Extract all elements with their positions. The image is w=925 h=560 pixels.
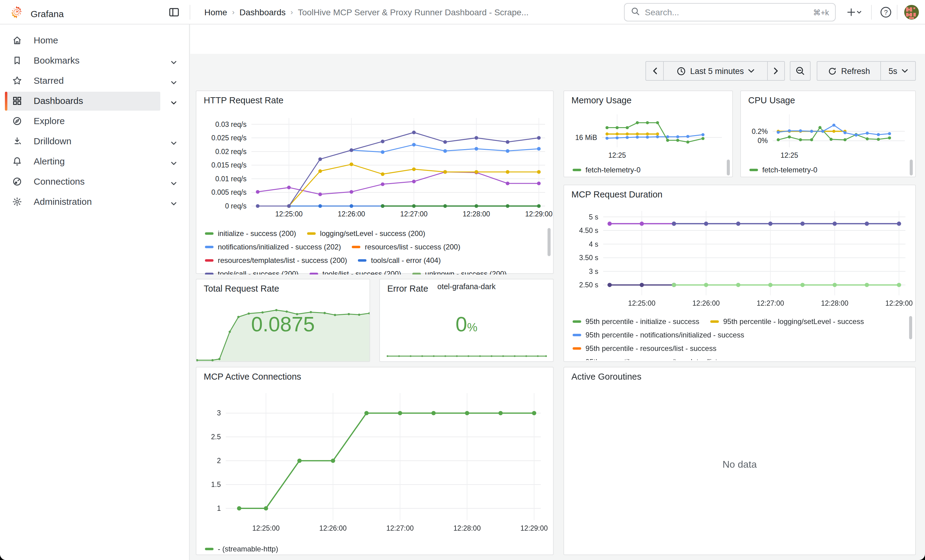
brand-name: Grafana bbox=[30, 8, 63, 19]
panel-title[interactable]: MCP Active Connections bbox=[204, 372, 301, 381]
time-range-picker[interactable]: Last 5 minutes bbox=[663, 62, 767, 80]
breadcrumb-home[interactable]: Home bbox=[204, 8, 227, 17]
avatar[interactable] bbox=[904, 5, 919, 20]
search-input[interactable]: Search... ⌘+k bbox=[624, 3, 836, 21]
svg-text:12:27:00: 12:27:00 bbox=[757, 299, 784, 307]
http-request-rate-chart[interactable]: 0 req/s0.005 req/s0.01 req/s0.015 req/s0… bbox=[199, 113, 551, 222]
time-shift-back-button[interactable] bbox=[646, 62, 663, 80]
svg-text:12:28:00: 12:28:00 bbox=[463, 210, 490, 218]
legend-item[interactable]: 95th percentile - initialize - success bbox=[572, 315, 699, 328]
panel-title[interactable]: Active Goroutines bbox=[571, 372, 642, 381]
svg-text:12:26:00: 12:26:00 bbox=[319, 524, 347, 532]
sidebar-item-explore[interactable]: Explore bbox=[0, 111, 190, 131]
legend-color-dash bbox=[205, 548, 214, 550]
memory-legend: fetch-telemetry-0 bbox=[572, 163, 719, 178]
collapse-sidebar-icon[interactable] bbox=[166, 5, 181, 20]
svg-text:2.50 s: 2.50 s bbox=[579, 281, 598, 289]
svg-text:2.5: 2.5 bbox=[211, 433, 221, 441]
panel-title[interactable]: CPU Usage bbox=[748, 95, 795, 105]
legend-color-dash bbox=[572, 347, 581, 350]
legend-item[interactable]: fetch-telemetry-0 bbox=[749, 163, 817, 177]
sidebar-item-starred[interactable]: Starred bbox=[0, 71, 190, 91]
breadcrumb-dashboards[interactable]: Dashboards bbox=[240, 8, 286, 17]
svg-text:0.02 req/s: 0.02 req/s bbox=[215, 148, 247, 156]
legend-item[interactable]: logging/setLevel - success (200) bbox=[307, 227, 425, 240]
sidebar-item-drilldown[interactable]: Drilldown bbox=[0, 131, 190, 152]
refresh-interval-label: 5s bbox=[889, 66, 898, 75]
chevron-down-icon[interactable] bbox=[170, 57, 178, 65]
legend-item[interactable]: 95th percentile - logging/setLevel - suc… bbox=[710, 315, 864, 328]
svg-text:0.01 req/s: 0.01 req/s bbox=[215, 175, 247, 183]
svg-text:12:25:00: 12:25:00 bbox=[275, 210, 303, 218]
legend-color-dash bbox=[412, 273, 421, 275]
chevron-down-icon[interactable] bbox=[170, 138, 178, 146]
svg-text:0.015 req/s: 0.015 req/s bbox=[211, 161, 247, 169]
sidebar-item-label: Home bbox=[34, 35, 58, 45]
panel-title[interactable]: Memory Usage bbox=[571, 95, 632, 105]
legend-scrollbar[interactable] bbox=[910, 159, 913, 176]
legend-label: - (streamable-http) bbox=[218, 545, 278, 553]
sidebar-item-connections[interactable]: Connections bbox=[0, 172, 190, 192]
active-accent-bar bbox=[5, 92, 8, 111]
mcp-active-connections-chart[interactable]: 11.522.5312:25:0012:26:0012:27:0012:28:0… bbox=[201, 387, 547, 541]
legend-color-dash bbox=[205, 246, 214, 248]
panel-title[interactable]: MCP Request Duration bbox=[571, 189, 663, 199]
panel-title[interactable]: Total Request Rate bbox=[204, 284, 279, 293]
sidebar-item-administration[interactable]: Administration bbox=[0, 192, 190, 212]
legend-color-dash bbox=[352, 246, 361, 248]
help-icon[interactable]: ? bbox=[878, 5, 893, 20]
legend-item[interactable]: 95th percentile - notifications/initiali… bbox=[572, 328, 744, 342]
time-shift-forward-button[interactable] bbox=[767, 62, 784, 80]
legend-item[interactable]: tools/call - error (404) bbox=[358, 254, 441, 267]
legend-item[interactable]: - (streamable-http) bbox=[205, 542, 278, 556]
chevron-down-icon[interactable] bbox=[170, 98, 178, 105]
legend-label: initialize - success (200) bbox=[218, 229, 296, 238]
legend-item[interactable]: tools/call - success (200) bbox=[205, 267, 298, 275]
brand[interactable]: Grafana bbox=[10, 6, 63, 21]
chevron-down-icon[interactable] bbox=[170, 199, 178, 206]
refresh-button[interactable]: Refresh bbox=[817, 62, 880, 80]
compass-icon bbox=[12, 116, 22, 126]
legend-item[interactable]: resources/templates/list - success (200) bbox=[205, 254, 347, 267]
plug-icon bbox=[12, 177, 22, 186]
error-rate-sparkline[interactable] bbox=[381, 350, 553, 360]
breadcrumb: Home › Dashboards › ToolHive MCP Server … bbox=[202, 0, 531, 24]
clock-icon bbox=[676, 66, 686, 75]
legend-item[interactable]: 95th percentile - resources/list - succe… bbox=[572, 342, 716, 355]
cpu-usage-chart[interactable]: 0.2%0%12:25 bbox=[744, 110, 911, 161]
mcp-request-duration-chart[interactable]: 2.50 s3 s3.50 s4 s4.50 s5 s12:25:0012:26… bbox=[569, 205, 911, 312]
legend-label: fetch-telemetry-0 bbox=[762, 166, 817, 174]
chevron-down-icon[interactable] bbox=[170, 158, 178, 166]
bookmark-icon bbox=[12, 56, 22, 65]
panel-mcp-request-duration: MCP Request Duration 2.50 s3 s3.50 s4 s4… bbox=[563, 185, 916, 362]
legend-item[interactable]: initialize - success (200) bbox=[205, 227, 296, 240]
legend-scrollbar[interactable] bbox=[727, 159, 730, 176]
chevron-down-icon[interactable] bbox=[170, 78, 178, 85]
svg-text:0.025 req/s: 0.025 req/s bbox=[211, 134, 247, 142]
refresh-label: Refresh bbox=[841, 66, 870, 75]
sidebar-item-dashboards[interactable]: Dashboards bbox=[0, 91, 190, 111]
legend-item[interactable]: unknown - success (200) bbox=[412, 267, 507, 275]
refresh-group: Refresh 5s bbox=[817, 61, 916, 81]
legend-scrollbar[interactable] bbox=[909, 316, 912, 339]
svg-text:5 s: 5 s bbox=[589, 213, 598, 221]
legend-item[interactable]: resources/list - success (200) bbox=[352, 240, 460, 254]
svg-text:3 s: 3 s bbox=[589, 267, 598, 275]
memory-usage-chart[interactable]: 16 MiB12:25 bbox=[568, 110, 728, 161]
legend-item[interactable]: tools/list - success (200) bbox=[310, 267, 401, 275]
sidebar-item-label: Connections bbox=[34, 176, 85, 186]
legend-item[interactable]: notifications/initialized - success (202… bbox=[205, 240, 341, 254]
refresh-interval-picker[interactable]: 5s bbox=[880, 62, 915, 80]
legend-item[interactable]: fetch-telemetry-0 bbox=[572, 163, 640, 177]
sidebar-item-alerting[interactable]: Alerting bbox=[0, 152, 190, 172]
panel-title[interactable]: HTTP Request Rate bbox=[204, 95, 283, 105]
legend-item[interactable]: 95th percentile - resources/templates/li… bbox=[572, 355, 750, 360]
refresh-icon bbox=[828, 66, 837, 75]
legend-color-dash bbox=[205, 273, 214, 275]
sidebar-item-bookmarks[interactable]: Bookmarks bbox=[0, 51, 190, 71]
legend-scrollbar[interactable] bbox=[548, 228, 551, 256]
chevron-down-icon[interactable] bbox=[170, 179, 178, 186]
sidebar-item-home[interactable]: Home bbox=[0, 30, 190, 51]
add-menu-button[interactable] bbox=[847, 5, 862, 20]
zoom-out-button[interactable] bbox=[790, 61, 811, 81]
